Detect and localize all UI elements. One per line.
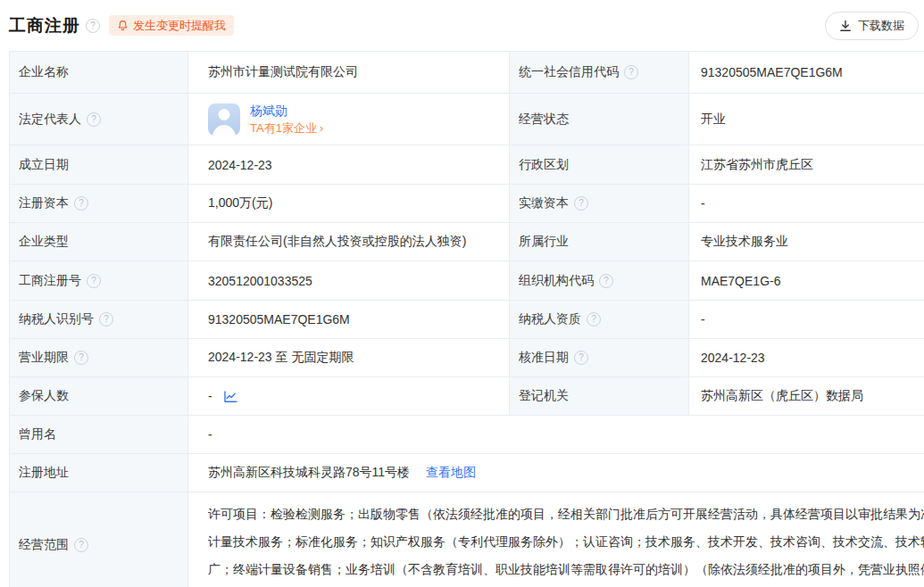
table-row: 注册地址 苏州高新区科技城科灵路78号11号楼 查看地图 xyxy=(10,454,924,492)
business-scope-line: 许可项目：检验检测服务；出版物零售（依法须经批准的项目，经相关部门批准后方可开展… xyxy=(208,500,924,528)
value-text: 2024-12-23 至 无固定期限 xyxy=(208,350,354,366)
view-map-link[interactable]: 查看地图 xyxy=(426,465,476,481)
label-industry: 所属行业 xyxy=(510,223,688,260)
label-text: 登记机关 xyxy=(519,388,569,404)
change-reminder-label: 发生变更时提醒我 xyxy=(133,18,226,34)
value-approval-date: 2024-12-23 xyxy=(688,339,924,376)
label-establish-date: 成立日期 xyxy=(10,145,187,184)
help-icon[interactable]: ? xyxy=(86,19,100,33)
label-text: 统一社会信用代码 xyxy=(519,64,619,80)
value-text: 2024-12-23 xyxy=(208,158,272,172)
label-registered-address: 注册地址 xyxy=(10,454,187,492)
label-taxpayer-qualification: 纳税人资质 ? xyxy=(510,301,688,338)
chevron-right-icon: › xyxy=(320,122,323,134)
table-row: 工商注册号 ? 320512001033525 组织机构代码 ? MAE7QE1… xyxy=(10,261,924,301)
trend-chart-icon[interactable] xyxy=(223,390,238,403)
label-text: 实缴资本 xyxy=(519,195,569,211)
avatar-head-shape xyxy=(219,109,230,120)
label-company-type: 企业类型 xyxy=(10,223,187,260)
change-reminder-button[interactable]: 发生变更时提醒我 xyxy=(109,15,234,36)
related-companies-link[interactable]: TA有1家企业 › xyxy=(250,120,323,136)
value-text: - xyxy=(208,389,212,403)
label-organization-code: 组织机构代码 ? xyxy=(510,261,688,300)
table-row: 纳税人识别号 ? 91320505MAE7QE1G6M 纳税人资质 ? - xyxy=(10,301,924,339)
help-icon[interactable]: ? xyxy=(587,312,601,327)
label-text: 经营范围 xyxy=(19,537,69,553)
value-business-status: 开业 xyxy=(688,94,924,145)
help-icon[interactable]: ? xyxy=(599,274,613,288)
value-business-term: 2024-12-23 至 无固定期限 xyxy=(187,339,510,376)
business-scope-line: 计量技术服务；标准化服务；知识产权服务（专利代理服务除外）；认证咨询；技术服务、… xyxy=(208,528,924,556)
value-text: MAE7QE1G-6 xyxy=(701,274,780,288)
table-row: 企业名称 苏州市计量测试院有限公司 统一社会信用代码 ? 91320505MAE… xyxy=(10,52,924,94)
related-companies-label: TA有1家企业 xyxy=(250,120,317,136)
label-text: 纳税人识别号 xyxy=(19,311,94,327)
table-row: 企业类型 有限责任公司(非自然人投资或控股的法人独资) 所属行业 专业技术服务业 xyxy=(10,223,924,261)
label-business-term: 营业期限 ? xyxy=(10,339,187,376)
table-row: 法定代表人 ? 杨斌勋 TA有1家企业 › 经营状态 xyxy=(10,94,924,145)
page-title: 工商注册 xyxy=(9,14,80,37)
help-icon[interactable]: ? xyxy=(74,538,88,552)
value-registered-capital: 1,000万(元) xyxy=(187,185,510,222)
label-registered-capital: 注册资本 ? xyxy=(10,185,187,222)
value-text: - xyxy=(701,312,705,327)
value-registration-authority: 苏州高新区（虎丘区）数据局 xyxy=(688,377,924,415)
help-icon[interactable]: ? xyxy=(574,196,588,211)
value-organization-code: MAE7QE1G-6 xyxy=(688,261,924,300)
value-text: 苏州市计量测试院有限公司 xyxy=(208,64,358,80)
label-approval-date: 核准日期 ? xyxy=(510,339,688,376)
value-text: 1,000万(元) xyxy=(208,195,272,211)
value-registration-number: 320512001033525 xyxy=(187,261,510,300)
value-taxpayer-qualification: - xyxy=(688,301,924,338)
legal-rep-info: 杨斌勋 TA有1家企业 › xyxy=(250,102,323,136)
label-text: 企业类型 xyxy=(19,234,69,250)
value-text: 91320505MAE7QE1G6M xyxy=(208,312,350,327)
value-admin-division: 江苏省苏州市虎丘区 xyxy=(688,145,924,184)
table-row: 经营范围 ? 许可项目：检验检测服务；出版物零售（依法须经批准的项目，经相关部门… xyxy=(10,492,924,587)
value-text: 苏州高新区科技城科灵路78号11号楼 xyxy=(208,465,410,481)
label-registration-authority: 登记机关 xyxy=(510,377,688,415)
value-text: - xyxy=(208,427,212,442)
help-icon[interactable]: ? xyxy=(74,196,88,211)
label-text: 企业名称 xyxy=(19,64,69,80)
label-legal-representative: 法定代表人 ? xyxy=(10,94,187,145)
label-former-name: 曾用名 xyxy=(10,416,187,453)
label-registration-number: 工商注册号 ? xyxy=(10,261,187,300)
value-text: 专业技术服务业 xyxy=(701,234,788,250)
help-icon[interactable]: ? xyxy=(87,112,101,127)
avatar[interactable] xyxy=(208,103,240,136)
label-text: 注册地址 xyxy=(19,465,69,481)
help-icon[interactable]: ? xyxy=(624,65,638,79)
download-icon xyxy=(839,20,852,32)
label-text: 所属行业 xyxy=(519,234,569,250)
label-text: 法定代表人 xyxy=(19,112,81,128)
section-header: 工商注册 ? 发生变更时提醒我 下载数据 xyxy=(0,0,924,51)
value-registered-address: 苏州高新区科技城科灵路78号11号楼 查看地图 xyxy=(187,454,924,492)
table-row: 注册资本 ? 1,000万(元) 实缴资本 ? - xyxy=(10,185,924,223)
value-company-type: 有限责任公司(非自然人投资或控股的法人独资) xyxy=(187,223,510,260)
business-scope-line: 营活动） xyxy=(208,583,924,587)
value-text: - xyxy=(701,196,705,211)
label-text: 参保人数 xyxy=(19,388,69,404)
table-row: 参保人数 - 登记机关 苏州高新区（虎丘区）数据局 xyxy=(10,377,924,416)
label-business-scope: 经营范围 ? xyxy=(10,492,187,587)
label-text: 注册资本 xyxy=(19,195,69,211)
label-text: 经营状态 xyxy=(519,112,569,128)
download-data-button[interactable]: 下载数据 xyxy=(825,12,919,40)
help-icon[interactable]: ? xyxy=(87,274,101,288)
label-text: 工商注册号 xyxy=(19,273,81,289)
value-former-name: - xyxy=(187,416,924,453)
label-text: 曾用名 xyxy=(19,426,56,442)
help-icon[interactable]: ? xyxy=(74,351,88,365)
value-paid-in-capital: - xyxy=(688,185,924,222)
business-scope-line: 广；终端计量设备销售；业务培训（不含教育培训、职业技能培训等需取得许可的培训）（… xyxy=(208,556,924,583)
table-row: 成立日期 2024-12-23 行政区划 江苏省苏州市虎丘区 xyxy=(10,145,924,185)
legal-rep-name-link[interactable]: 杨斌勋 xyxy=(250,102,323,120)
registration-info-table: 企业名称 苏州市计量测试院有限公司 统一社会信用代码 ? 91320505MAE… xyxy=(9,51,924,587)
value-text: 2024-12-23 xyxy=(701,351,765,365)
help-icon[interactable]: ? xyxy=(574,351,588,365)
label-text: 纳税人资质 xyxy=(519,311,581,327)
avatar-body-shape xyxy=(212,125,237,136)
value-text: 苏州高新区（虎丘区）数据局 xyxy=(701,388,863,404)
help-icon[interactable]: ? xyxy=(99,312,113,327)
